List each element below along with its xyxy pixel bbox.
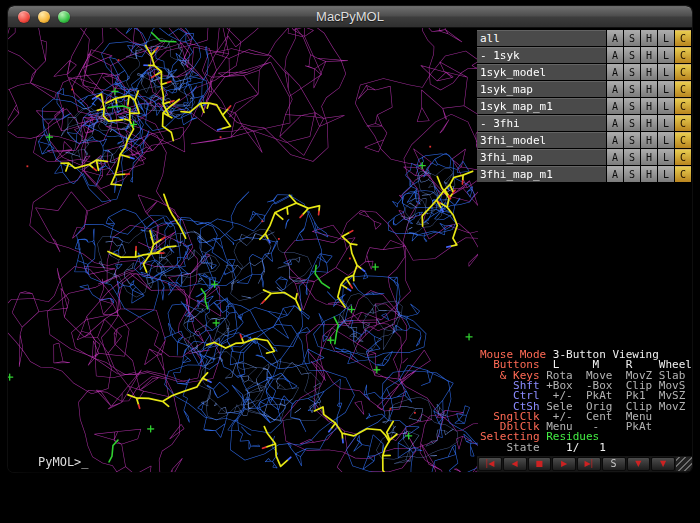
vcr-controls: |◀◀■▶▶|S▼▼ (477, 455, 692, 472)
s-button[interactable]: S (624, 47, 640, 63)
rewind-button[interactable]: |◀ (478, 457, 502, 471)
object-name[interactable]: all (477, 30, 606, 46)
play-button[interactable]: ▶ (552, 457, 576, 471)
object-name[interactable]: - 1syk (477, 47, 606, 63)
step-forward-button[interactable]: ▶| (577, 457, 601, 471)
object-name[interactable]: 3fhi_map_m1 (477, 166, 606, 182)
object-row-3fhi_model: 3fhi_modelASHLC (477, 132, 691, 148)
a-button[interactable]: A (607, 115, 623, 131)
state-row-text: State (480, 441, 546, 454)
a-button[interactable]: A (607, 47, 623, 63)
c-button[interactable]: C (675, 81, 691, 97)
h-button[interactable]: H (641, 98, 657, 114)
a-button[interactable]: A (607, 81, 623, 97)
s-button[interactable]: S (624, 115, 640, 131)
state-row-text: 1/ 1 (546, 441, 606, 454)
object-name[interactable]: 1syk_map_m1 (477, 98, 606, 114)
stop-button[interactable]: ■ (528, 457, 552, 471)
titlebar[interactable]: MacPyMOL (8, 6, 692, 28)
minimize-button[interactable] (38, 11, 50, 23)
aux-button-2[interactable]: ▼ (651, 457, 675, 471)
c-button[interactable]: C (675, 115, 691, 131)
internal-gui-panel: allASHLC- 1sykASHLC1syk_modelASHLC1syk_m… (477, 28, 692, 472)
zoom-button[interactable] (58, 11, 70, 23)
l-button[interactable]: L (658, 64, 674, 80)
object-row-3fhi_map_m1: 3fhi_map_m1ASHLC (477, 166, 691, 182)
state-row[interactable]: State 1/ 1 (480, 443, 692, 453)
c-button[interactable]: C (675, 47, 691, 63)
window-title: MacPyMOL (8, 7, 692, 27)
s-button[interactable]: S (624, 98, 640, 114)
mouse-panel: Mouse Mode 3-Button Viewing Buttons L M … (480, 350, 692, 453)
l-button[interactable]: L (658, 149, 674, 165)
viewport-3d[interactable] (8, 28, 478, 472)
l-button[interactable]: L (658, 166, 674, 182)
h-button[interactable]: H (641, 47, 657, 63)
s-button[interactable]: S (624, 64, 640, 80)
s-button[interactable]: S (624, 149, 640, 165)
object-row-1syk_map: 1syk_mapASHLC (477, 81, 691, 97)
h-button[interactable]: H (641, 81, 657, 97)
l-button[interactable]: L (658, 132, 674, 148)
h-button[interactable]: H (641, 132, 657, 148)
l-button[interactable]: L (658, 47, 674, 63)
object-row-all: allASHLC (477, 30, 691, 46)
a-button[interactable]: A (607, 64, 623, 80)
s-button[interactable]: S (624, 132, 640, 148)
h-button[interactable]: H (641, 30, 657, 46)
h-button[interactable]: H (641, 64, 657, 80)
a-button[interactable]: A (607, 149, 623, 165)
l-button[interactable]: L (658, 115, 674, 131)
s-button[interactable]: S (624, 166, 640, 182)
object-panel: allASHLC- 1sykASHLC1syk_modelASHLC1syk_m… (477, 30, 691, 183)
step-back-button[interactable]: ◀ (503, 457, 527, 471)
h-button[interactable]: H (641, 166, 657, 182)
scene-button[interactable]: S (602, 457, 626, 471)
a-button[interactable]: A (607, 166, 623, 182)
c-button[interactable]: C (675, 98, 691, 114)
c-button[interactable]: C (675, 149, 691, 165)
object-name[interactable]: 1syk_map (477, 81, 606, 97)
object-name[interactable]: 3fhi_map (477, 149, 606, 165)
h-button[interactable]: H (641, 149, 657, 165)
c-button[interactable]: C (675, 30, 691, 46)
s-button[interactable]: S (624, 30, 640, 46)
a-button[interactable]: A (607, 98, 623, 114)
object-row-1syk_model: 1syk_modelASHLC (477, 64, 691, 80)
resize-grip[interactable] (676, 457, 692, 471)
object-row-3fhi_map: 3fhi_mapASHLC (477, 149, 691, 165)
command-input[interactable]: PyMOL>_ (38, 455, 89, 469)
object-row-1syk: - 1sykASHLC (477, 47, 691, 63)
object-row-1syk_map_m1: 1syk_map_m1ASHLC (477, 98, 691, 114)
l-button[interactable]: L (658, 81, 674, 97)
h-button[interactable]: H (641, 115, 657, 131)
a-button[interactable]: A (607, 132, 623, 148)
c-button[interactable]: C (675, 64, 691, 80)
close-button[interactable] (18, 11, 30, 23)
c-button[interactable]: C (675, 132, 691, 148)
c-button[interactable]: C (675, 166, 691, 182)
object-name[interactable]: - 3fhi (477, 115, 606, 131)
s-button[interactable]: S (624, 81, 640, 97)
l-button[interactable]: L (658, 98, 674, 114)
content-area: PyMOL>_ allASHLC- 1sykASHLC1syk_modelASH… (8, 28, 692, 472)
app-window: MacPyMOL PyMOL>_ allASHLC- 1sykASHLC1syk… (8, 6, 692, 472)
a-button[interactable]: A (607, 30, 623, 46)
object-name[interactable]: 1syk_model (477, 64, 606, 80)
l-button[interactable]: L (658, 30, 674, 46)
object-name[interactable]: 3fhi_model (477, 132, 606, 148)
object-row-3fhi: - 3fhiASHLC (477, 115, 691, 131)
aux-button-1[interactable]: ▼ (627, 457, 651, 471)
